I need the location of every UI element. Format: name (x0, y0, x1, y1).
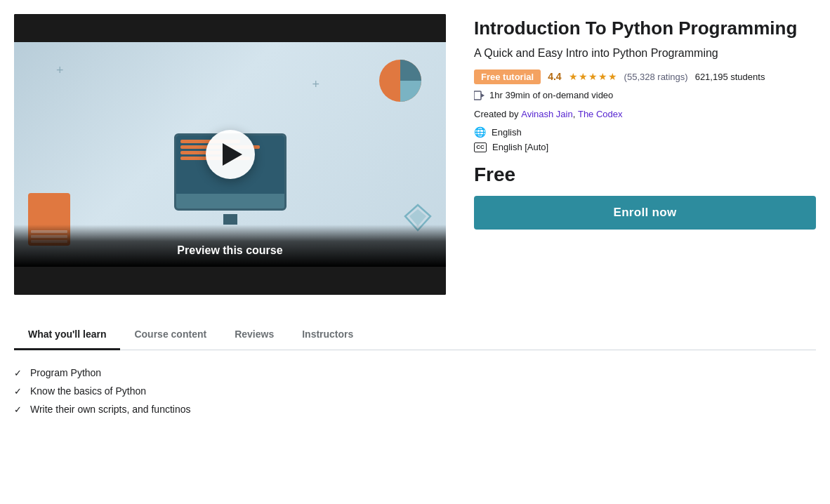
tab-learn[interactable]: What you'll learn (14, 320, 120, 350)
svg-rect-3 (474, 91, 481, 100)
free-badge: Free tutorial (474, 69, 541, 84)
created-by-row: Created by Avinash Jain, The Codex (474, 109, 816, 119)
pie-chart-illustration (376, 56, 425, 105)
language-row: 🌐 English (474, 126, 816, 138)
preview-label: Preview this course (177, 244, 282, 257)
author-link-2[interactable]: The Codex (578, 109, 623, 119)
play-triangle-icon (223, 143, 242, 166)
students-count: 621,195 students (695, 72, 765, 82)
video-caption-overlay: Preview this course (14, 225, 446, 267)
star-rating: ★ ★ ★ ★ ★ (569, 71, 617, 82)
tabs-list: What you'll learn Course content Reviews… (14, 320, 816, 350)
star-half: ★ (608, 71, 617, 82)
play-button[interactable] (206, 130, 255, 179)
learn-item-3: ✓ Write their own scripts, and functinos (14, 404, 816, 415)
captions-text: English [Auto] (492, 142, 548, 152)
video-thumbnail: + + + + (14, 42, 446, 267)
learn-list: ✓ Program Python ✓ Know the basics of Py… (14, 367, 816, 415)
star-3: ★ (588, 71, 598, 82)
course-header: + + + + (14, 14, 816, 295)
check-icon-3: ✓ (14, 404, 22, 415)
decoration-plus-1: + (56, 63, 64, 78)
learn-text-3: Write their own scripts, and functinos (30, 404, 191, 415)
main-container: + + + + (0, 0, 830, 422)
course-info-panel: Introduction To Python Programming A Qui… (474, 14, 816, 230)
price-display: Free (474, 164, 816, 186)
video-preview[interactable]: + + + + (14, 14, 446, 295)
learn-text-1: Program Python (30, 367, 101, 378)
video-bottom-bar (14, 267, 446, 295)
learn-item-1: ✓ Program Python (14, 367, 816, 378)
learn-section: ✓ Program Python ✓ Know the basics of Py… (14, 350, 816, 422)
cc-icon: CC (474, 142, 487, 152)
globe-icon: 🌐 (474, 126, 486, 138)
tabs-section: What you'll learn Course content Reviews… (14, 320, 816, 350)
star-2: ★ (579, 71, 588, 82)
ratings-row: Free tutorial 4.4 ★ ★ ★ ★ ★ (55,328 rati… (474, 69, 816, 84)
course-title: Introduction To Python Programming (474, 17, 816, 40)
captions-row: CC English [Auto] (474, 142, 816, 152)
svg-marker-4 (481, 93, 485, 98)
course-subtitle: A Quick and Easy Intro into Python Progr… (474, 47, 816, 60)
tab-reviews[interactable]: Reviews (220, 320, 288, 350)
decoration-plus-2: + (312, 77, 320, 92)
tab-content[interactable]: Course content (120, 320, 220, 350)
rating-score: 4.4 (548, 71, 561, 82)
star-4: ★ (598, 71, 607, 82)
monitor-illustration (223, 214, 237, 225)
learn-text-2: Know the basics of Python (30, 385, 146, 397)
language-text: English (492, 127, 522, 138)
created-by-label: Created by (474, 109, 519, 119)
video-top-bar (14, 14, 446, 42)
check-icon-1: ✓ (14, 368, 22, 378)
tab-instructors[interactable]: Instructors (288, 320, 367, 350)
video-duration-row: 1hr 39min of on-demand video (474, 90, 816, 101)
learn-item-2: ✓ Know the basics of Python (14, 385, 816, 397)
video-duration-text: 1hr 39min of on-demand video (489, 90, 613, 100)
check-icon-2: ✓ (14, 386, 22, 397)
video-duration-icon (474, 90, 485, 101)
author-link-1[interactable]: Avinash Jain (521, 109, 572, 119)
star-1: ★ (569, 71, 578, 82)
enroll-button[interactable]: Enroll now (474, 196, 816, 230)
rating-count: (55,328 ratings) (624, 72, 688, 82)
